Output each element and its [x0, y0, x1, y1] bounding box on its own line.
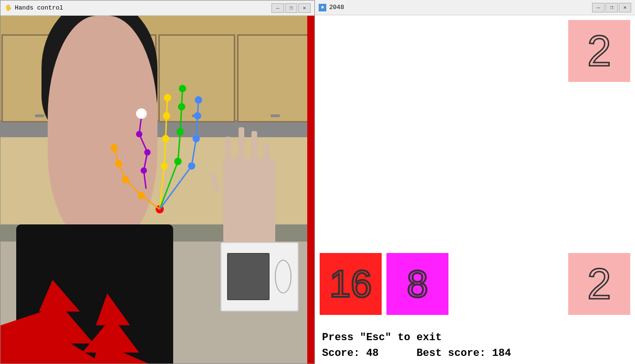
score-text: Score: 48 Best score: 184 — [322, 347, 628, 359]
close-button[interactable]: ✕ — [298, 3, 311, 13]
tile-2-bottom-right-value: 2 — [587, 263, 611, 305]
tile-2-top-right-value: 2 — [587, 30, 611, 72]
tile-16: 16 — [320, 253, 382, 315]
svg-point-38 — [144, 149, 150, 155]
titlebar-left: 🖐 Hands control — [4, 4, 63, 12]
hands-window-controls: — ❐ ✕ — [271, 3, 311, 13]
svg-line-27 — [160, 166, 192, 209]
game-window-title: 2048 — [329, 4, 344, 11]
game-window-controls: — ❐ ✕ — [592, 3, 631, 12]
hands-control-window: 🖐 Hands control — ❐ ✕ — [0, 0, 315, 364]
game-grid-area: 2 16 8 2 — [320, 20, 630, 322]
score-value: Score: 48 — [322, 347, 379, 359]
tile-8-value: 8 — [407, 265, 428, 303]
game-close-button[interactable]: ✕ — [619, 3, 631, 12]
hands-window-icon: 🖐 — [4, 4, 12, 12]
game-window: ■ 2048 — ❐ ✕ 2 16 — [315, 0, 635, 364]
svg-point-44 — [136, 109, 145, 118]
hands-window-title: Hands control — [15, 4, 63, 11]
game-titlebar: ■ 2048 — ❐ ✕ — [315, 0, 635, 15]
game-info: Press "Esc" to exit Score: 48 Best score… — [320, 332, 630, 359]
best-score-value: Best score: 184 — [416, 347, 511, 359]
game-window-icon: ■ — [319, 4, 326, 11]
svg-point-18 — [164, 94, 171, 101]
tile-16-value: 16 — [330, 265, 372, 303]
maximize-button[interactable]: ❐ — [285, 3, 297, 13]
svg-point-34 — [195, 96, 202, 103]
game-minimize-button[interactable]: — — [592, 3, 604, 12]
svg-line-29 — [192, 139, 197, 166]
tile-2-top-right: 2 — [568, 20, 630, 82]
hand-tracking-svg — [0, 16, 314, 364]
tile-2-bottom-right: 2 — [568, 253, 630, 315]
game-body: 2 16 8 2 Press " — [315, 15, 635, 364]
game-title-left: ■ 2048 — [319, 4, 344, 11]
minimize-button[interactable]: — — [271, 3, 284, 13]
svg-point-10 — [111, 144, 118, 151]
svg-line-21 — [178, 132, 180, 162]
svg-line-13 — [164, 139, 166, 166]
game-maximize-button[interactable]: ❐ — [605, 3, 618, 12]
bottom-left-tiles: 16 8 — [320, 253, 448, 315]
camera-view — [0, 16, 314, 364]
tile-8: 8 — [386, 253, 448, 315]
hands-window-titlebar: 🖐 Hands control — ❐ ✕ — [0, 0, 314, 16]
svg-line-23 — [180, 107, 182, 132]
press-esc-text: Press "Esc" to exit — [322, 332, 628, 344]
svg-point-26 — [179, 85, 186, 92]
score-spacer — [385, 347, 410, 359]
